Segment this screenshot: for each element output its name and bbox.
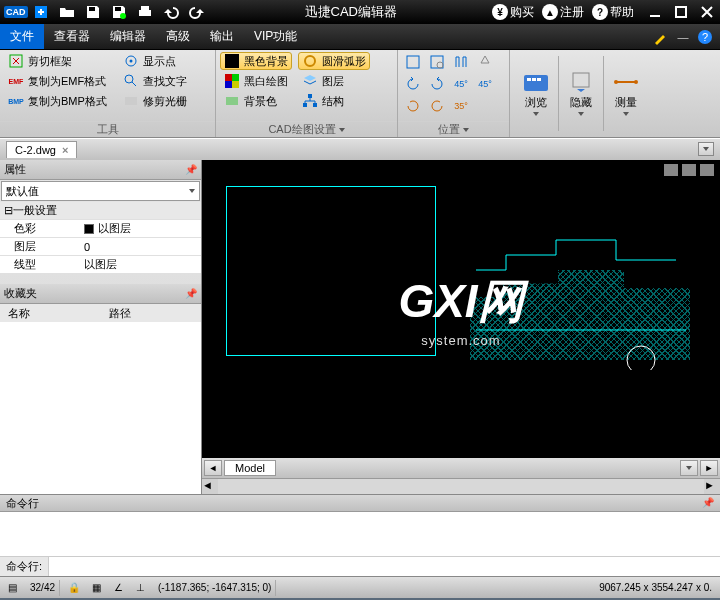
file-tab[interactable]: C-2.dwg× xyxy=(6,141,77,158)
tab-output[interactable]: 输出 xyxy=(200,24,244,49)
saveas-icon[interactable] xyxy=(108,3,130,21)
status-dims: 9067.245 x 3554.247 x 0. xyxy=(595,580,716,596)
status-icon-1[interactable]: ▤ xyxy=(4,580,20,596)
drawing-canvas[interactable]: GXI网system.com xyxy=(202,160,720,458)
pos-icon-1[interactable] xyxy=(402,52,424,72)
model-nav-right[interactable]: ► xyxy=(700,460,718,476)
svg-rect-15 xyxy=(225,54,239,68)
help-button[interactable]: ?帮助 xyxy=(592,4,638,21)
model-nav-left[interactable]: ◄ xyxy=(204,460,222,476)
cmd-prompt-label: 命令行: xyxy=(0,557,49,576)
tab-advanced[interactable]: 高级 xyxy=(156,24,200,49)
buy-button[interactable]: ¥购买 xyxy=(492,4,538,21)
copy-emf-button[interactable]: EMF复制为EMF格式 xyxy=(4,72,111,90)
pos-icon-3[interactable] xyxy=(450,52,472,72)
pos-icon-4[interactable] xyxy=(474,52,496,72)
cmd-input[interactable] xyxy=(49,557,720,576)
svg-rect-19 xyxy=(232,81,239,88)
copy-bmp-button[interactable]: BMP复制为BMP格式 xyxy=(4,92,111,110)
show-point-button[interactable]: 显示点 xyxy=(119,52,191,70)
svg-rect-6 xyxy=(650,15,660,17)
svg-rect-17 xyxy=(232,74,239,81)
pin-icon-2[interactable]: 📌 xyxy=(185,288,197,300)
model-tab[interactable]: Model xyxy=(224,460,276,476)
prop-general-header[interactable]: ⊟ 一般设置 xyxy=(0,202,201,220)
tab-vip[interactable]: VIP功能 xyxy=(244,24,307,49)
svg-point-3 xyxy=(120,13,126,19)
svg-rect-4 xyxy=(139,10,151,16)
properties-header: 属性📌 xyxy=(0,160,201,180)
rot-cw-icon[interactable] xyxy=(426,96,448,116)
close-icon[interactable] xyxy=(696,3,718,21)
help-small-icon[interactable]: ? xyxy=(696,28,714,46)
new-icon[interactable] xyxy=(30,3,52,21)
watermark: GXI网system.com xyxy=(398,271,523,348)
canvas-tool-2[interactable] xyxy=(682,164,696,176)
svg-rect-7 xyxy=(676,7,686,17)
rot-left-icon[interactable] xyxy=(402,74,424,94)
svg-text:?: ? xyxy=(702,31,708,43)
rot-right-icon[interactable] xyxy=(426,74,448,94)
svg-rect-14 xyxy=(125,97,137,105)
structure-button[interactable]: 结构 xyxy=(298,92,370,110)
prop-color-row[interactable]: 色彩以图层 xyxy=(0,220,201,238)
clip-frame-button[interactable]: 剪切框架 xyxy=(4,52,111,70)
prop-layer-row[interactable]: 图层0 xyxy=(0,238,201,256)
save-icon[interactable] xyxy=(82,3,104,21)
tab-editor[interactable]: 编辑器 xyxy=(100,24,156,49)
status-pages: 32/42 xyxy=(26,580,60,596)
undo-icon[interactable] xyxy=(160,3,182,21)
pin-icon-3[interactable]: 📌 xyxy=(702,497,714,509)
status-lock-icon[interactable]: 🔒 xyxy=(66,580,82,596)
minimize-icon[interactable] xyxy=(644,3,666,21)
status-layer-icon[interactable]: ▦ xyxy=(88,580,104,596)
svg-rect-22 xyxy=(308,94,312,98)
window-title: 迅捷CAD编辑器 xyxy=(210,3,493,21)
svg-point-21 xyxy=(305,56,315,66)
pin-icon[interactable]: 📌 xyxy=(185,164,197,176)
redo-icon[interactable] xyxy=(186,3,208,21)
open-icon[interactable] xyxy=(56,3,78,21)
favorites-header: 收藏夹📌 xyxy=(0,284,201,304)
tab-dropdown-icon[interactable] xyxy=(698,142,714,156)
close-file-icon[interactable]: × xyxy=(62,144,68,156)
svg-rect-16 xyxy=(225,74,232,81)
svg-rect-30 xyxy=(532,78,536,81)
tab-file[interactable]: 文件 xyxy=(0,24,44,49)
app-logo: CAD xyxy=(4,6,28,18)
pos-icon-2[interactable] xyxy=(426,52,448,72)
hide-button[interactable]: 隐藏 xyxy=(559,52,603,135)
print-icon[interactable] xyxy=(134,3,156,21)
canvas-tool-3[interactable] xyxy=(700,164,714,176)
bw-draw-button[interactable]: 黑白绘图 xyxy=(220,72,292,90)
h-scrollbar[interactable]: ◄► xyxy=(202,478,720,494)
svg-rect-25 xyxy=(407,56,419,68)
tab-viewer[interactable]: 查看器 xyxy=(44,24,100,49)
svg-rect-32 xyxy=(573,73,589,87)
black-bg-button[interactable]: 黑色背景 xyxy=(220,52,292,70)
minimize-ribbon-icon[interactable]: — xyxy=(674,28,692,46)
browse-button[interactable]: 浏览 xyxy=(514,52,558,135)
status-angle-icon[interactable]: ∠ xyxy=(110,580,126,596)
model-nav-dropdown[interactable] xyxy=(680,460,698,476)
rot-ccw-icon[interactable] xyxy=(402,96,424,116)
find-text-button[interactable]: 查找文字 xyxy=(119,72,191,90)
angle-neg45-icon[interactable]: 45° xyxy=(474,74,496,94)
angle-45-icon[interactable]: 45° xyxy=(450,74,472,94)
svg-point-35 xyxy=(627,346,655,370)
angle-35-icon[interactable]: 35° xyxy=(450,96,472,116)
bg-color-button[interactable]: 背景色 xyxy=(220,92,292,110)
measure-button[interactable]: 测量 xyxy=(604,52,648,135)
layer-button[interactable]: 图层 xyxy=(298,72,370,90)
svg-rect-31 xyxy=(537,78,541,81)
status-ortho-icon[interactable]: ⊥ xyxy=(132,580,148,596)
register-button[interactable]: ▲注册 xyxy=(542,4,588,21)
status-coords: (-1187.365; -1647.315; 0) xyxy=(154,580,276,596)
pen-icon[interactable] xyxy=(652,28,670,46)
trim-clip-button[interactable]: 修剪光栅 xyxy=(119,92,191,110)
canvas-tool-1[interactable] xyxy=(664,164,678,176)
prop-linetype-row[interactable]: 线型以图层 xyxy=(0,256,201,274)
smooth-arc-button[interactable]: 圆滑弧形 xyxy=(298,52,370,70)
default-combo[interactable]: 默认值 xyxy=(1,181,200,201)
maximize-icon[interactable] xyxy=(670,3,692,21)
